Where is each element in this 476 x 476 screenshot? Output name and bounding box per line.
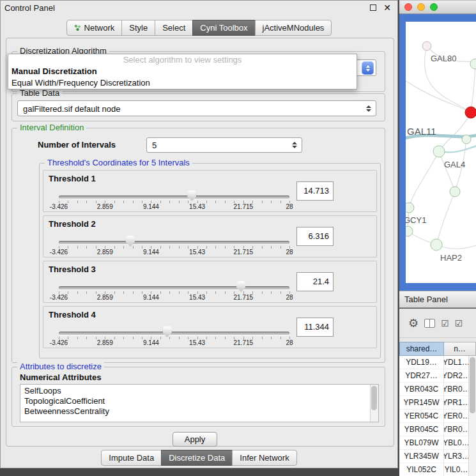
slider-tick-label: -3.426	[50, 249, 68, 256]
apply-button[interactable]: Apply	[173, 432, 217, 447]
table-row[interactable]: YBR043CYBR0…	[399, 383, 468, 396]
dropdown-option-equal-width-frequency-discretization[interactable]: Equal Width/Frequency Discretization	[8, 77, 357, 89]
column-header-shared-name[interactable]: shared…	[399, 342, 444, 356]
slider-tick-marks	[59, 337, 290, 339]
slider-tick-label: 15.43	[189, 294, 205, 301]
gear-icon[interactable]: ⚙	[408, 316, 418, 330]
columns-icon[interactable]	[424, 319, 435, 328]
combo-stepper-icon[interactable]	[362, 61, 374, 75]
cell-name: YDL1…	[444, 356, 468, 369]
float-window-icon[interactable]	[370, 4, 376, 11]
table-data-group-label: Table Data	[17, 88, 62, 98]
slider-tick-label: 28	[286, 203, 293, 210]
thresholds-group: Threshold's Coordinates for 5 Intervals …	[39, 163, 381, 358]
network-node[interactable]	[465, 107, 476, 118]
threshold-slider-track[interactable]	[59, 286, 289, 289]
network-node[interactable]	[470, 59, 476, 69]
slider-tick-label: 2.859	[97, 294, 113, 301]
control-panel-title: Control Panel	[4, 3, 55, 13]
table-row[interactable]: YER054CYER0…	[399, 410, 468, 423]
select-columns-check-icon[interactable]: ☑	[455, 318, 463, 328]
table-row[interactable]: YBL079WYBL0…	[399, 436, 468, 450]
tab-label: Infer Network	[240, 453, 289, 463]
traffic-light-minimize-icon[interactable]	[417, 3, 425, 11]
attribute-item[interactable]: TopologicalCoefficient	[20, 396, 378, 406]
tab-label: Discretize Data	[169, 453, 225, 463]
table-row[interactable]: YIL052CYIL0…	[399, 463, 468, 476]
table-panel-window: ⚙ ☑ ☑ shared… n… YDL19…YDL1…YDR27…YDR2…Y…	[399, 309, 476, 476]
tab-label: Select	[162, 23, 185, 33]
network-node[interactable]	[462, 135, 471, 144]
tab-style[interactable]: Style	[121, 20, 155, 36]
network-canvas[interactable]: GAL80GAL11GAL4GCY1HAP2	[406, 22, 476, 283]
control-panel-window: Control Panel ✕ NetworkStyleSelectCyni T…	[0, 0, 398, 468]
tab-label: Cyni Toolbox	[200, 23, 247, 33]
threshold-slider-track[interactable]	[59, 332, 289, 335]
threshold-slider-track[interactable]	[59, 241, 289, 244]
table-panel-titlebar: Table Panel	[399, 291, 476, 308]
tab-impute-data[interactable]: Impute Data	[101, 450, 162, 466]
network-node[interactable]	[406, 226, 413, 236]
num-intervals-combobox[interactable]: 5	[146, 137, 302, 153]
traffic-light-zoom-icon[interactable]	[430, 3, 438, 11]
tab-discretize-data[interactable]: Discretize Data	[161, 450, 233, 466]
threshold-value-field[interactable]: 11.344	[296, 318, 334, 337]
threshold-label: Threshold 3	[49, 265, 96, 274]
list-scrollbar-thumb[interactable]	[371, 386, 377, 410]
attribute-item[interactable]: SelfLoops	[20, 386, 378, 396]
threshold-slider-thumb-icon[interactable]	[163, 326, 172, 337]
cell-shared-name: YER054C	[399, 410, 444, 422]
table-scrollbar[interactable]	[468, 356, 476, 476]
combo-arrows-icon[interactable]	[292, 142, 297, 148]
combo-arrows-icon[interactable]	[366, 105, 371, 112]
network-node-label: HAP2	[440, 253, 462, 263]
dropdown-option-manual-discretization[interactable]: Manual Discretization	[8, 66, 357, 77]
threshold-slider-track[interactable]	[59, 196, 289, 199]
slider-tick-label: 2.859	[97, 249, 113, 256]
tab-cyni-toolbox[interactable]: Cyni Toolbox	[192, 20, 255, 36]
traffic-light-close-icon[interactable]	[404, 3, 412, 11]
slider-tick-label: 21.715	[234, 203, 254, 210]
cell-name: YPR1…	[444, 396, 468, 409]
show-columns-check-icon[interactable]: ☑	[441, 318, 449, 328]
table-row[interactable]: YLR345WYLR3…	[399, 450, 468, 463]
table-row[interactable]: YBR045CYBR0…	[399, 423, 468, 436]
list-scrollbar[interactable]	[370, 385, 378, 422]
thresholds-container: Threshold 1-3.4262.8599.14415.4321.71528…	[43, 170, 377, 351]
thresholds-group-label: Threshold's Coordinates for 5 Intervals	[45, 158, 192, 167]
threshold-box-3: Threshold 3-3.4262.8599.14415.4321.71528…	[43, 261, 377, 303]
close-panel-icon[interactable]: ✕	[383, 4, 391, 11]
network-window-titlebar	[399, 0, 476, 14]
tab-jactivemnodules[interactable]: jActiveMNodules	[255, 20, 332, 36]
threshold-value-field[interactable]: 14.713	[296, 181, 334, 201]
bottom-tabbar: Impute DataDiscretize DataInfer Network	[1, 450, 397, 466]
table-data-combobox[interactable]: galFiltered.sif default node	[17, 100, 376, 116]
slider-tick-label: 9.144	[143, 294, 159, 301]
network-node[interactable]	[422, 42, 431, 50]
table-row[interactable]: YDR27…YDR2…	[399, 369, 468, 383]
table-scrollbar-thumb[interactable]	[470, 357, 475, 413]
threshold-slider-thumb-icon[interactable]	[187, 190, 196, 201]
dropdown-placeholder-option[interactable]: Select algorithm to view settings	[8, 54, 357, 66]
network-canvas-svg: GAL80GAL11GAL4GCY1HAP2	[406, 22, 476, 283]
network-node[interactable]	[450, 187, 460, 197]
threshold-value-field[interactable]: 21.4	[296, 272, 334, 291]
threshold-label: Threshold 2	[49, 219, 96, 229]
network-node[interactable]	[431, 239, 442, 250]
table-row[interactable]: YDL19…YDL1…	[399, 356, 468, 369]
tab-select[interactable]: Select	[155, 20, 193, 36]
cell-shared-name: YBR043C	[399, 383, 444, 395]
tab-infer-network[interactable]: Infer Network	[232, 450, 296, 466]
network-node[interactable]	[433, 146, 445, 157]
attribute-item[interactable]: BetweennessCentrality	[20, 406, 378, 417]
tab-network[interactable]: Network	[66, 20, 123, 36]
table-row[interactable]: YPR145WYPR1…	[399, 396, 468, 410]
threshold-label: Threshold 1	[49, 174, 96, 183]
column-header-name[interactable]: n…	[444, 342, 476, 356]
network-node[interactable]	[406, 203, 414, 213]
threshold-slider-thumb-icon[interactable]	[126, 236, 135, 247]
threshold-value-field[interactable]: 6.316	[296, 227, 334, 246]
threshold-slider-thumb-icon[interactable]	[236, 281, 245, 292]
numerical-attributes-title: Numerical Attributes	[20, 372, 101, 382]
table-rows: YDL19…YDL1…YDR27…YDR2…YBR043CYBR0…YPR145…	[399, 356, 468, 476]
